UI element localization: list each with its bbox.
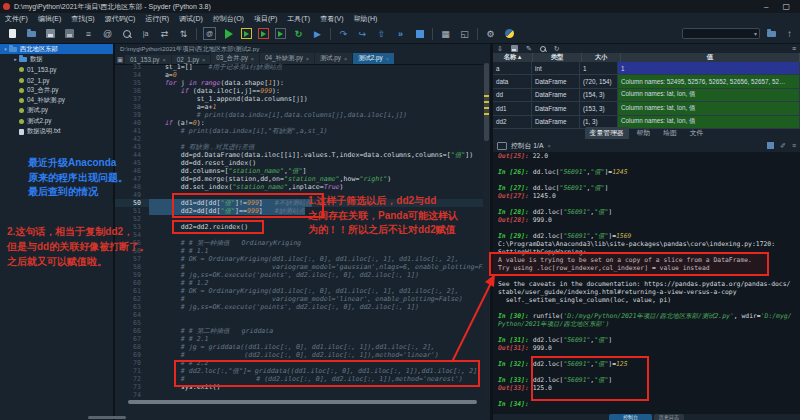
pane-tab-item[interactable]: 帮助	[632, 127, 656, 139]
console-bottom-tab[interactable]: 历史日志	[654, 414, 684, 420]
project-tree-item[interactable]: 测试2.py	[0, 116, 113, 126]
save-icon[interactable]	[44, 27, 57, 40]
editor-vertical-scrollbar[interactable]	[483, 63, 490, 400]
pane-tab-item[interactable]: 文件	[685, 127, 709, 139]
project-tree-item[interactable]: 01_153.py	[0, 65, 113, 75]
tab-close-icon[interactable]: ×	[386, 56, 389, 62]
column-header[interactable]: 名称 ▴	[493, 53, 533, 62]
console-bottom-tab[interactable]: 控制台	[609, 414, 652, 420]
pane-options-icon[interactable]: ≡	[792, 44, 796, 53]
code-line: 60 # # 1.2	[115, 279, 483, 287]
variable-row[interactable]: ddDataFrame(154, 3)Column names: lat, lo…	[493, 89, 800, 102]
tab-close-icon[interactable]: ×	[251, 56, 254, 62]
restart-kernel-icon[interactable]: ↻	[292, 27, 305, 40]
tab-close-icon[interactable]: ×	[306, 56, 309, 62]
variable-row[interactable]: aint11	[493, 62, 800, 75]
replace-icon[interactable]: ⇄	[158, 27, 171, 40]
variable-cell: dd	[493, 89, 532, 101]
outline-icon[interactable]: ≡	[82, 27, 95, 40]
project-tree-item[interactable]: 数据说明.txt	[0, 126, 113, 136]
menu-item[interactable]: 工具(T)	[282, 14, 315, 24]
console-tab[interactable]: 控制台 1/A	[511, 141, 543, 151]
edit-pencil-icon[interactable]: ✎	[526, 44, 532, 53]
step-over-icon[interactable]: ↷	[337, 27, 350, 40]
tree-expander-icon[interactable]: ▾	[2, 46, 9, 52]
save-data-icon[interactable]	[511, 44, 518, 53]
menu-item[interactable]: 项目(P)	[249, 14, 282, 24]
project-tree-item[interactable]: 测试.py	[0, 106, 113, 116]
continue-execution-icon[interactable]: »	[394, 27, 407, 40]
debug-continue-icon[interactable]: ▶	[311, 27, 324, 40]
console-line: In [34]:	[493, 400, 800, 408]
parent-directory-icon[interactable]: ↑	[783, 27, 796, 40]
project-tree-item[interactable]: 02_1.py	[0, 75, 113, 85]
find-in-files-icon[interactable]: |a	[139, 27, 152, 40]
ipython-console[interactable]: Out[25]: 22.0In [26]: dd.loc["56091","值"…	[493, 152, 800, 414]
browse-directory-icon[interactable]	[765, 27, 778, 40]
run-selection-button[interactable]	[275, 28, 286, 39]
rerun-cell-button[interactable]	[258, 28, 269, 39]
run-cell-marker-icon[interactable]: @	[203, 27, 216, 40]
project-tree-item[interactable]: ▾西北地区东部	[0, 44, 113, 54]
code-area[interactable]: 33 st_1=[] #用于记录第i行缺测站点34 a=035 for j in…	[115, 63, 483, 400]
menu-item[interactable]: 控制台(O)	[208, 14, 249, 24]
menu-item[interactable]: 查找(S)	[66, 14, 99, 24]
menu-item[interactable]: 编辑(E)	[33, 14, 66, 24]
column-header[interactable]: 大小	[582, 53, 621, 62]
step-out-icon[interactable]: ⇧	[375, 27, 388, 40]
project-tree-item[interactable]: 04_补缺测.py	[0, 95, 113, 105]
run-button[interactable]	[222, 27, 235, 40]
menu-item[interactable]: 查看(V)	[315, 14, 348, 24]
main-toolbar: ≡ @ |a ⇄ ⇅ @ ↻ ▶ ↷ ↪ ⇧ » ▦ ◱ ⚙ ▾ ↑	[0, 24, 800, 44]
tab-close-icon[interactable]: ×	[202, 57, 205, 63]
project-tree-item[interactable]: 03_合并.py	[0, 85, 113, 95]
variable-value-cell: Column names: lat, lon, 值	[618, 102, 800, 114]
save-all-icon[interactable]	[63, 27, 76, 40]
tab-close-icon[interactable]: ×	[162, 57, 165, 63]
refresh-icon[interactable]: ↻	[554, 44, 560, 53]
menu-item[interactable]: 运行(R)	[140, 14, 174, 24]
line-number: 48	[115, 183, 149, 191]
run-cell-button[interactable]	[241, 28, 252, 39]
preferences-gear-icon[interactable]: ⚙	[484, 27, 497, 40]
variable-row[interactable]: dataDataFrame(720, 154)Column names: 524…	[493, 75, 800, 88]
at-icon[interactable]: @	[101, 27, 114, 40]
console-options-icon[interactable]: ≡	[792, 142, 796, 149]
stop-debug-button[interactable]	[413, 27, 426, 40]
console-pen-icon[interactable]: ✐	[780, 142, 786, 150]
sort-icon[interactable]: ⇅	[177, 27, 190, 40]
console-line	[493, 328, 800, 336]
minimize-button[interactable]: –	[764, 2, 768, 11]
pane-tab-item[interactable]: 绘图	[658, 127, 682, 139]
console-tab-close-icon[interactable]: ×	[547, 143, 550, 149]
project-pane-hscrollbar[interactable]	[88, 416, 126, 419]
import-data-icon[interactable]: ⇩	[497, 44, 503, 53]
folder-icon	[9, 47, 17, 52]
search-variable-icon[interactable]	[540, 44, 546, 53]
open-file-icon[interactable]	[25, 27, 38, 40]
maximize-pane-icon[interactable]: ◱	[458, 27, 471, 40]
editor-horizontal-scrollbar[interactable]	[128, 400, 477, 404]
column-header[interactable]: 值	[621, 53, 800, 62]
console-line: In [32]: dd2.loc["56091","值"]=125	[493, 360, 800, 368]
tree-expander-icon[interactable]: ▸	[12, 56, 19, 62]
column-header[interactable]: 类型	[533, 53, 582, 62]
search-icon[interactable]	[120, 27, 133, 40]
maximize-button[interactable]: ▢	[782, 2, 790, 11]
menu-item[interactable]: 文件(F)	[0, 14, 33, 24]
working-directory-combo[interactable]: ▾	[682, 28, 760, 39]
tab-close-icon[interactable]: ×	[344, 56, 347, 62]
python-env-icon[interactable]	[503, 27, 516, 40]
pane-tab-active[interactable]: 变量管理器	[585, 127, 629, 139]
variable-row[interactable]: dd1DataFrame(153, 3)Column names: lat, l…	[493, 102, 800, 115]
menu-item[interactable]: 调试(D)	[174, 14, 208, 24]
menu-item[interactable]: 帮助(H)	[349, 14, 383, 24]
new-file-icon[interactable]	[6, 27, 19, 40]
panes-layout-icon[interactable]: ▦	[439, 27, 452, 40]
project-tree-item[interactable]: ▸数据	[0, 54, 113, 64]
tree-item-label: 04_补缺测.py	[27, 96, 65, 105]
step-into-icon[interactable]: ↪	[356, 27, 369, 40]
interrupt-kernel-icon[interactable]	[767, 142, 774, 149]
menu-item[interactable]: 源代码(C)	[100, 14, 141, 24]
variable-cell: (154, 3)	[580, 89, 618, 101]
